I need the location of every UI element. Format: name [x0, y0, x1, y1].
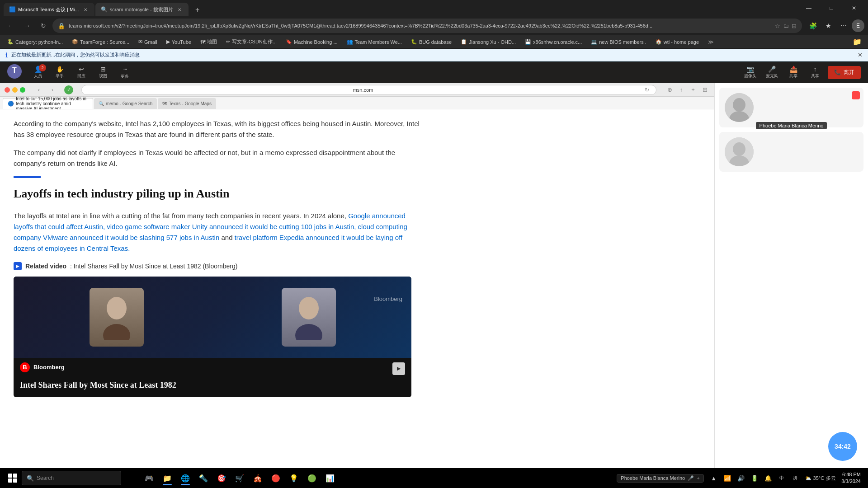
- taskbar-app-app5[interactable]: 💡: [286, 470, 302, 486]
- taskbar-app-app6[interactable]: 🟢: [304, 470, 320, 486]
- teams-camera-label: 摄像头: [744, 73, 756, 79]
- taskbar-weather[interactable]: ⛅ 35°C 多云: [805, 475, 836, 482]
- settings-button[interactable]: ⋯: [836, 19, 851, 33]
- bookmark-new-bios[interactable]: 💻 new BIOS members .: [587, 37, 650, 47]
- keyboard-layout-button[interactable]: 中: [775, 472, 788, 484]
- teams-view-button[interactable]: ⊞ 视图: [94, 63, 112, 81]
- taskbar-app-game[interactable]: 🎮: [141, 470, 157, 486]
- notifications-icon[interactable]: 🔔: [762, 472, 774, 484]
- inner-browser-content: According to the company's website, Inte…: [0, 109, 714, 468]
- taskbar-app-explorer[interactable]: 📁: [159, 470, 175, 486]
- browser-tab-scram[interactable]: 🔍 scram motorcycle - 搜索图片 ✕: [95, 3, 189, 16]
- inner-share-button[interactable]: ↑: [676, 85, 686, 95]
- bookmarks-more-button[interactable]: ≫: [705, 37, 716, 47]
- bookmark-jiansong[interactable]: 📋 Jiansong Xu - OHD...: [457, 37, 519, 47]
- taskbar-clock[interactable]: 6:48 PM 8/3/2024: [840, 471, 863, 485]
- teams-return-button[interactable]: ↩ 回应: [72, 63, 90, 81]
- maximize-button[interactable]: □: [821, 1, 842, 15]
- participant-avatar-1: [725, 93, 754, 122]
- leave-meeting-button[interactable]: 📞 离开: [828, 66, 861, 79]
- ime-icon[interactable]: 拼: [789, 472, 802, 484]
- inner-reload-button[interactable]: ↻: [642, 85, 651, 94]
- taskbar-app-app2[interactable]: 🛒: [231, 470, 248, 486]
- battery-icon[interactable]: 🔋: [748, 472, 761, 484]
- taskbar: 🔍 Search ⊞ 🎮 📁 🌐 🔦 🎯 🛒 🎪 🔴 💡 🟢 📊 Phoebe …: [0, 468, 868, 488]
- network-icon[interactable]: 📶: [721, 472, 734, 484]
- close-tab-teams[interactable]: ✕: [82, 6, 89, 13]
- browser-tab-teams[interactable]: 🟦 Microsoft Teams 会议 | Mi... ✕: [4, 3, 94, 16]
- star-icon[interactable]: ☆: [775, 23, 780, 29]
- participant-name-tooltip-1: Phoebe Maria Blanca Merino: [756, 122, 827, 129]
- bookmark-wti[interactable]: 🏠 wti - home page: [652, 37, 703, 47]
- teams-more-button[interactable]: ··· 更多: [116, 63, 134, 81]
- bookmark-gmail[interactable]: ✉ Gmail: [135, 37, 161, 47]
- bookmark-ditu[interactable]: 🗺 地图: [197, 37, 221, 47]
- macos-maximize-button[interactable]: [20, 87, 25, 93]
- taskbar-search-bar[interactable]: 🔍 Search: [22, 471, 121, 485]
- teams-mic-button[interactable]: 🎤 麦克风: [763, 63, 781, 81]
- bookmark-youtube[interactable]: ▶ YouTube: [163, 37, 195, 47]
- collections-icon[interactable]: 🗂: [783, 23, 789, 29]
- collections-sidebar-button[interactable]: 📁: [850, 35, 864, 49]
- taskbar-app-app7[interactable]: 📊: [322, 470, 338, 486]
- bookmark-favicon-team-members: 👥: [347, 39, 353, 45]
- teams-share-button[interactable]: 📤 共享: [784, 63, 802, 81]
- bookmark-machine[interactable]: 🔖 Machine Booking ...: [282, 37, 341, 47]
- teams-hand-button[interactable]: ✋ 举手: [51, 63, 69, 81]
- close-button[interactable]: ✕: [844, 1, 864, 15]
- taskbar-app-app1[interactable]: 🎯: [213, 470, 230, 486]
- bookmark-bug[interactable]: 🐛 BUG database: [407, 37, 455, 47]
- taskbar-app-app3[interactable]: 🎪: [250, 470, 266, 486]
- update-notification-bar: ℹ 正在加载最新更新...在此期间，您仍然可以发送和响应消息 ✕: [0, 49, 868, 61]
- inner-back-button[interactable]: ‹: [33, 84, 44, 95]
- view-icon: ⊞: [100, 66, 106, 73]
- inner-zoom-button[interactable]: ⊕: [665, 85, 675, 95]
- video-play-button[interactable]: ▶: [392, 362, 405, 375]
- bookmark-team-members[interactable]: 👥 Team Members We...: [343, 37, 406, 47]
- back-button[interactable]: ←: [4, 19, 18, 33]
- inner-tab-memo[interactable]: 🔍 memo - Google Search: [94, 98, 157, 109]
- volume-icon[interactable]: 🔊: [735, 472, 747, 484]
- minimize-button[interactable]: —: [798, 1, 819, 15]
- forward-button[interactable]: →: [20, 19, 34, 33]
- taskbar-app-torch[interactable]: 🔦: [195, 470, 212, 486]
- inner-grid-button[interactable]: ⊞: [700, 85, 710, 95]
- teams-camera-button[interactable]: 📷 摄像头: [741, 63, 759, 81]
- new-tab-button[interactable]: +: [191, 4, 204, 16]
- taskbar-app-edge[interactable]: 🌐: [177, 470, 193, 486]
- article-link2[interactable]: video game software maker Unity announce…: [107, 223, 356, 230]
- article-para3-and: and: [219, 234, 234, 241]
- bookmark-chuangzuo[interactable]: ✏ 写文章-CSDN创作...: [222, 37, 280, 47]
- inner-new-tab-button[interactable]: +: [688, 85, 698, 95]
- taskbar-app-app4[interactable]: 🔴: [268, 470, 284, 486]
- extensions-button[interactable]: 🧩: [806, 19, 820, 33]
- start-button[interactable]: [5, 471, 20, 485]
- update-close-button[interactable]: ✕: [858, 52, 863, 58]
- bookmark-python[interactable]: 🐍 Category: python-in...: [4, 37, 66, 47]
- inner-forward-button[interactable]: ›: [47, 84, 58, 95]
- inner-address-bar[interactable]: msn.com ↻: [81, 85, 656, 95]
- svg-text:T: T: [12, 66, 17, 74]
- address-bar[interactable]: 🔒 teams.microsoft.com/v2/?meetingJoin=tr…: [52, 19, 802, 33]
- article-text-block: According to the company's website, Inte…: [14, 118, 420, 397]
- update-message: 正在加载最新更新...在此期间，您仍然可以发送和响应消息: [11, 52, 140, 58]
- macos-minimize-button[interactable]: [12, 87, 18, 93]
- bookmark-favicon-wti: 🏠: [656, 39, 662, 45]
- reload-button[interactable]: ↻: [36, 19, 51, 33]
- teams-share2-button[interactable]: ↑ 共享: [806, 63, 824, 81]
- taskbar-app-taskview[interactable]: ⊞: [123, 470, 139, 486]
- favorites-button[interactable]: ★: [821, 19, 835, 33]
- inner-tab-texas[interactable]: 🗺 Texas - Google Maps: [158, 98, 216, 109]
- bookmark-teamforge[interactable]: 📦 TeamForge : Source...: [68, 37, 133, 47]
- inner-tab-intel[interactable]: 🔵 Intel to cut 15,000 jobs as layoffs in…: [3, 98, 93, 109]
- split-icon[interactable]: ⊟: [792, 23, 797, 29]
- profile-avatar[interactable]: E: [852, 19, 864, 32]
- close-tab-scram[interactable]: ✕: [176, 6, 183, 13]
- show-desktop-button[interactable]: ▲: [708, 472, 720, 484]
- taskbar-participant-menu-icon[interactable]: +: [697, 475, 699, 481]
- macos-close-button[interactable]: [5, 87, 10, 93]
- teams-hand-label: 举手: [56, 73, 64, 79]
- video-thumbnail[interactable]: Bloomberg: [14, 277, 411, 397]
- bookmark-label-team-members: Team Members We...: [355, 39, 402, 45]
- bookmark-x86[interactable]: 💾 x86shhw.cn.oracle.c...: [521, 37, 585, 47]
